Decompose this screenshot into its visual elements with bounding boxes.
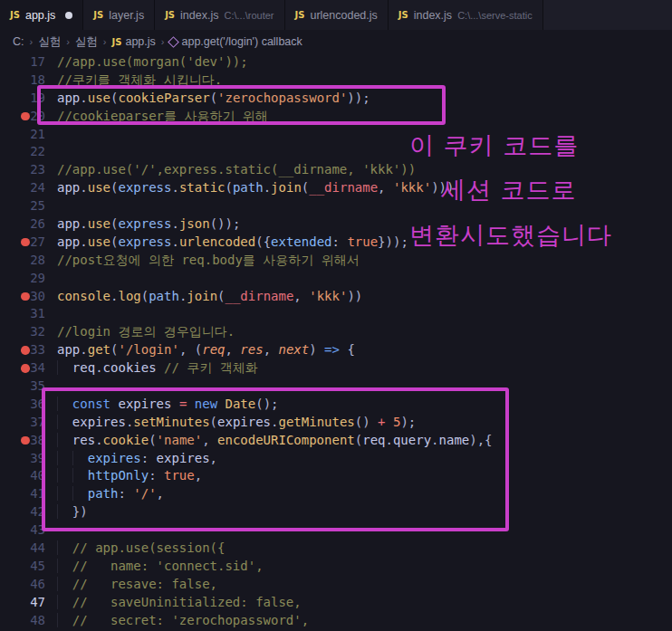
line-gutter[interactable]: 39	[0, 450, 45, 468]
breakpoint-dot[interactable]	[21, 112, 30, 121]
line-gutter[interactable]: 38	[0, 432, 45, 450]
code-token: (	[355, 433, 362, 447]
breakpoint-dot[interactable]	[21, 238, 30, 247]
code-text[interactable]: //login 경로의 경우입니다.	[45, 323, 235, 341]
line-gutter[interactable]: 24	[0, 179, 45, 197]
line-number: 32	[30, 324, 45, 339]
code-text[interactable]: expires: expires,	[45, 450, 217, 468]
code-text[interactable]: app.use(express.static(path.join(__dirna…	[45, 179, 454, 197]
breadcrumb-item-1[interactable]: C:	[13, 35, 24, 48]
code-token	[57, 360, 72, 375]
code-token: 'kkk'	[309, 289, 347, 303]
code-token: +	[378, 415, 385, 429]
code-text[interactable]: app.get('/login', (req, res, next) => {	[45, 341, 355, 359]
tab-index.js[interactable]: JSindex.jsC:\...\serve-static	[389, 0, 543, 30]
code-text[interactable]	[45, 378, 57, 396]
code-text[interactable]: res.cookie('name', encodeURIComponent(re…	[45, 432, 493, 450]
line-gutter[interactable]: 34	[0, 359, 45, 378]
code-token: expires	[217, 415, 271, 429]
line-number: 19	[30, 91, 45, 105]
code-text[interactable]: //cookieparser를 사용하기 위해	[45, 108, 268, 126]
line-number: 44	[30, 540, 45, 555]
code-text[interactable]: const expires = new Date();	[45, 396, 279, 414]
tab-app.js[interactable]: JSapp.js	[0, 0, 83, 30]
code-text[interactable]: // secret: 'zerochopassword',	[45, 612, 309, 630]
line-gutter[interactable]: 41	[0, 485, 45, 503]
line-gutter[interactable]: 46	[0, 576, 45, 594]
line-gutter[interactable]: 18	[0, 72, 45, 90]
code-text[interactable]: httpOnly: true,	[45, 467, 202, 485]
line-gutter[interactable]: 47	[0, 594, 45, 612]
code-text[interactable]: // app.use(session({	[45, 540, 225, 558]
line-gutter[interactable]: 37	[0, 414, 45, 432]
line-gutter[interactable]: 30	[0, 288, 45, 306]
code-text[interactable]: expires.setMinutes(expires.getMinutes() …	[45, 414, 416, 432]
code-token: const	[72, 397, 110, 411]
line-gutter[interactable]: 21	[0, 126, 45, 144]
code-text[interactable]: // saveUninitialized: false,	[45, 594, 302, 612]
line-gutter[interactable]: 28	[0, 252, 45, 270]
code-token: )	[309, 342, 324, 357]
line-gutter[interactable]: 31	[0, 305, 45, 323]
line-gutter[interactable]: 40	[0, 467, 45, 485]
modified-dot[interactable]	[65, 12, 72, 19]
breakpoint-dot[interactable]	[21, 436, 30, 445]
code-token: '/login'	[118, 342, 178, 357]
line-gutter[interactable]: 32	[0, 323, 45, 341]
breakpoint-dot[interactable]	[21, 364, 30, 373]
breakpoint-dot[interactable]	[21, 292, 30, 301]
line-gutter[interactable]: 17	[0, 53, 45, 72]
line-gutter[interactable]: 35	[0, 378, 45, 396]
line-gutter[interactable]: 33	[0, 341, 45, 359]
line-gutter[interactable]: 23	[0, 161, 45, 179]
line-gutter[interactable]: 48	[0, 612, 45, 630]
breadcrumb-item-4[interactable]: JSapp.js	[112, 35, 156, 48]
breadcrumb-item-5[interactable]: app.get('/login') callback	[169, 35, 302, 48]
line-gutter[interactable]: 26	[0, 215, 45, 234]
code-text[interactable]	[45, 521, 57, 540]
code-line-25: 25	[0, 197, 672, 215]
line-gutter[interactable]: 22	[0, 143, 45, 161]
code-text[interactable]: // resave: false,	[45, 576, 217, 594]
line-gutter[interactable]: 25	[0, 197, 45, 215]
code-token: app	[57, 91, 80, 105]
code-text[interactable]: req.cookies // 쿠키 객체화	[45, 359, 258, 378]
code-text[interactable]	[45, 197, 57, 215]
line-gutter[interactable]: 29	[0, 270, 45, 288]
tab-layer.js[interactable]: JSlayer.js	[83, 0, 155, 30]
code-text[interactable]	[45, 305, 57, 323]
code-text[interactable]: //쿠키를 객체화 시킵니다.	[45, 72, 222, 90]
breadcrumb-item-3[interactable]: 실험	[75, 34, 98, 50]
code-token: (	[210, 415, 217, 429]
code-text[interactable]: app.use(express.json());	[45, 215, 240, 234]
code-text[interactable]	[45, 143, 57, 161]
line-gutter[interactable]: 20	[0, 108, 45, 126]
code-text[interactable]: console.log(path.join(__dirname, 'kkk'))	[45, 288, 362, 306]
breadcrumb-item-2[interactable]: 실험	[38, 34, 61, 50]
code-text[interactable]: app.use(cookieParser('zerochopassword'))…	[45, 90, 370, 108]
tab-urlencoded.js[interactable]: JSurlencoded.js	[285, 0, 389, 30]
code-text[interactable]: app.use(express.urlencoded({extended: tr…	[45, 234, 408, 252]
line-gutter[interactable]: 36	[0, 396, 45, 414]
code-token: (	[302, 180, 309, 195]
code-token: cookie	[103, 433, 149, 447]
breakpoint-dot[interactable]	[21, 346, 30, 355]
line-gutter[interactable]: 45	[0, 558, 45, 576]
line-gutter[interactable]: 43	[0, 521, 45, 540]
code-token	[57, 451, 72, 465]
line-gutter[interactable]: 19	[0, 90, 45, 108]
code-text[interactable]	[45, 126, 57, 144]
line-gutter[interactable]: 27	[0, 234, 45, 252]
code-text[interactable]	[45, 270, 57, 288]
code-text[interactable]: // name: 'connect.sid',	[45, 558, 264, 576]
code-token: app	[57, 342, 80, 357]
code-text[interactable]: //app.use('/',express.static(__dirname, …	[45, 161, 416, 179]
line-gutter[interactable]: 44	[0, 540, 45, 558]
code-token: req	[362, 433, 385, 447]
code-text[interactable]: })	[45, 503, 88, 521]
code-text[interactable]: //post요청에 의한 req.body를 사용하기 위해서	[45, 252, 360, 270]
code-text[interactable]: //app.use(morgan('dev'));	[45, 53, 248, 72]
line-gutter[interactable]: 42	[0, 503, 45, 521]
code-text[interactable]: path: '/',	[45, 485, 164, 503]
tab-index.js[interactable]: JSindex.jsC:\...\router	[155, 0, 284, 30]
